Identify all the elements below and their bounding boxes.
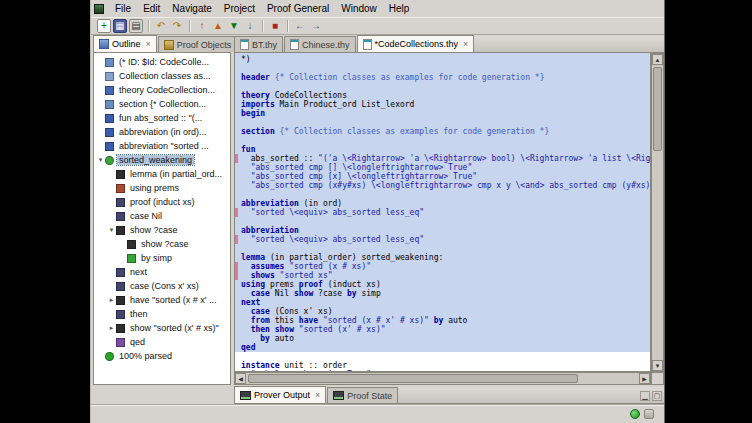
menu-file[interactable]: File	[109, 2, 137, 15]
vertical-scrollbar-thumb[interactable]	[653, 67, 662, 151]
activity-icon[interactable]	[644, 409, 654, 419]
collapse-icon[interactable]: ▾	[107, 226, 116, 234]
editor-line: fun	[235, 145, 650, 154]
outline-item[interactable]: 100% parsed	[94, 349, 230, 363]
proof-next-icon[interactable]: ▼	[227, 19, 241, 33]
editor-line: next	[235, 298, 650, 307]
by-icon	[127, 254, 136, 263]
outline-item[interactable]: section {* Collection...	[94, 97, 230, 111]
redo-icon[interactable]: ↷	[170, 19, 184, 33]
proof-undo-icon[interactable]: ▲	[211, 19, 225, 33]
outline-tree[interactable]: (* ID: $Id: CodeColle...Collection class…	[93, 53, 231, 385]
save-icon[interactable]: ▦	[113, 19, 127, 33]
editor-content[interactable]: *)header {* Collection classes as exampl…	[234, 53, 651, 372]
menu-navigate[interactable]: Navigate	[166, 2, 217, 15]
menu-edit[interactable]: Edit	[137, 2, 166, 15]
tab-outline[interactable]: Outline ×	[93, 35, 157, 52]
proof-retract-icon[interactable]: ↑	[195, 19, 209, 33]
menu-proof-general[interactable]: Proof General	[261, 2, 335, 15]
tab-proof-objects[interactable]: Proof Objects	[158, 36, 238, 52]
maximize-icon[interactable]: ▢	[652, 391, 662, 401]
outline-item-label: show "sorted (x' # xs)"	[128, 323, 221, 333]
editor-tab-codecollections[interactable]: *CodeCollections.thy ×	[357, 35, 475, 52]
new-file-icon[interactable]: +	[97, 19, 111, 33]
outline-item[interactable]: case Nil	[94, 209, 230, 223]
outline-item[interactable]: then	[94, 307, 230, 321]
outline-item[interactable]: lemma (in partial_ord...	[94, 167, 230, 181]
scroll-down-icon[interactable]: ▼	[652, 360, 663, 371]
editor-line: qed	[235, 343, 650, 352]
editor-line	[235, 136, 650, 145]
minimize-icon[interactable]: ▁	[640, 391, 650, 401]
scroll-right-icon[interactable]: ▶	[639, 373, 650, 384]
close-icon[interactable]: ×	[146, 40, 151, 49]
tab-label: Proof Objects	[177, 40, 232, 50]
print-icon[interactable]: ▤	[129, 19, 143, 33]
menu-window[interactable]: Window	[335, 2, 383, 15]
outline-item[interactable]: ▾sorted_weakening	[94, 153, 230, 167]
outline-item[interactable]: qed	[94, 335, 230, 349]
editor-line: theory CodeCollections	[235, 91, 650, 100]
outline-item-label: qed	[128, 337, 147, 347]
outline-item-label: section {* Collection...	[117, 99, 208, 109]
bottom-panel-buttons: ▁ ▢	[640, 391, 664, 403]
navigate-back-icon[interactable]: ←	[293, 19, 307, 33]
outline-item[interactable]: fun abs_sorted :: "(...	[94, 111, 230, 125]
editor-area: BT.thy Chinese.thy *CodeCollections.thy …	[234, 36, 664, 385]
expand-icon[interactable]: ▸	[107, 296, 116, 304]
editor-vertical-scrollbar[interactable]: ▲ ▼	[651, 53, 664, 372]
console-icon	[333, 391, 344, 400]
outline-item[interactable]: using prems	[94, 181, 230, 195]
application-window: File Edit Navigate Project Proof General…	[90, 0, 665, 423]
editor-tab-bt[interactable]: BT.thy	[234, 36, 283, 52]
outline-tab-row: Outline × Proof Objects ▾	[93, 36, 231, 53]
editor-horizontal-scrollbar[interactable]: ◀ ▶	[234, 372, 651, 385]
outline-item[interactable]: show ?case	[94, 237, 230, 251]
theory-file-icon	[240, 39, 249, 50]
undo-icon[interactable]: ↶	[154, 19, 168, 33]
outline-item-label: theory CodeCollection...	[117, 85, 217, 95]
outline-item[interactable]: by simp	[94, 251, 230, 265]
tab-proof-state[interactable]: Proof State	[327, 387, 398, 403]
outline-item[interactable]: proof (induct xs)	[94, 195, 230, 209]
horizontal-scrollbar-thumb[interactable]	[248, 374, 578, 383]
editor-tab-chinese[interactable]: Chinese.thy	[284, 36, 356, 52]
window-icon[interactable]	[94, 4, 104, 14]
status-icons	[630, 409, 654, 419]
outline-item[interactable]: Collection classes as...	[94, 69, 230, 83]
editor-line: "sorted \<equiv> abs_sorted less_eq"	[235, 235, 650, 244]
scroll-left-icon[interactable]: ◀	[235, 373, 246, 384]
outline-item-label: by simp	[139, 253, 174, 263]
outline-item[interactable]: ▸show "sorted (x' # xs)"	[94, 321, 230, 335]
navigate-forward-icon[interactable]: →	[309, 19, 323, 33]
editor-line	[235, 190, 650, 199]
editor-line: "abs_sorted cmp [x] \<longleftrightarrow…	[235, 172, 650, 181]
editor-line: abbreviation	[235, 226, 650, 235]
outline-item[interactable]: theory CodeCollection...	[94, 83, 230, 97]
editor-line	[235, 118, 650, 127]
proof-goto-icon[interactable]: ↓	[243, 19, 257, 33]
close-icon[interactable]: ×	[315, 391, 320, 400]
change-marker-icon	[235, 271, 238, 280]
outline-item[interactable]: abbreviation (in ord)...	[94, 125, 230, 139]
outline-item[interactable]: case (Cons x' xs)	[94, 279, 230, 293]
outline-item[interactable]: (* ID: $Id: CodeColle...	[94, 55, 230, 69]
change-marker-icon	[235, 208, 238, 217]
scroll-up-icon[interactable]: ▲	[652, 54, 663, 65]
editor-line: "abs_sorted cmp (x#y#xs) \<longleftright…	[235, 181, 650, 190]
menu-project[interactable]: Project	[218, 2, 261, 15]
prover-status-icon[interactable]	[630, 409, 640, 419]
outline-item[interactable]: abbreviation "sorted ...	[94, 139, 230, 153]
close-icon[interactable]: ×	[463, 40, 468, 49]
bottom-view: Prover Output × Proof State ▁ ▢	[234, 387, 664, 404]
stop-icon[interactable]: ■	[268, 19, 282, 33]
menu-help[interactable]: Help	[383, 2, 416, 15]
outline-item[interactable]: ▾show ?case	[94, 223, 230, 237]
outline-item[interactable]: ▸have "sorted (x # x' ...	[94, 293, 230, 307]
tab-label: Proof State	[347, 391, 392, 401]
outline-item[interactable]: next	[94, 265, 230, 279]
expand-icon[interactable]: ▸	[107, 324, 116, 332]
tab-prover-output[interactable]: Prover Output ×	[234, 386, 326, 403]
collapse-icon[interactable]: ▾	[96, 156, 105, 164]
abbrev-icon	[105, 128, 114, 137]
